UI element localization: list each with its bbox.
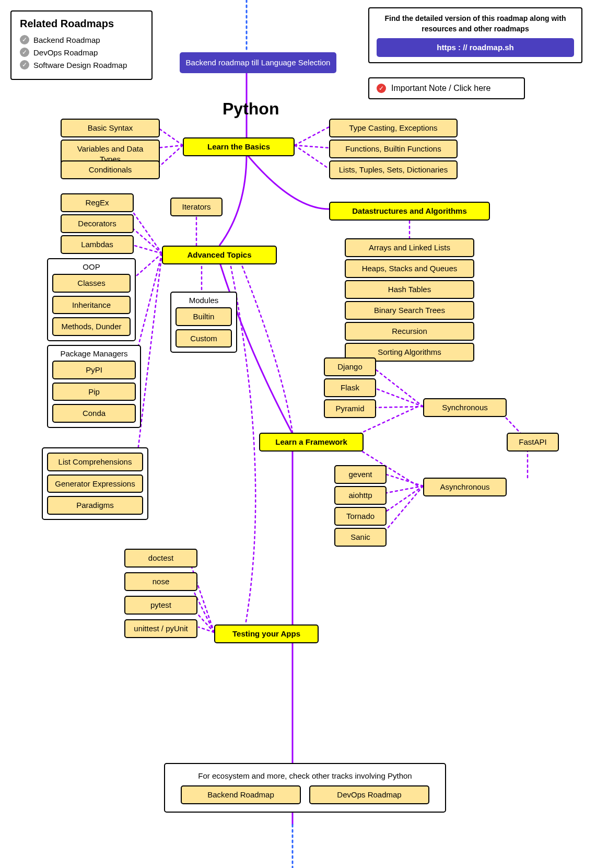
group-title: Package Managers xyxy=(48,349,140,358)
info-panel: Find the detailed version of this roadma… xyxy=(368,7,582,63)
topic-node[interactable]: gevent xyxy=(334,465,387,484)
check-icon: ✓ xyxy=(20,35,29,44)
ecosystem-text: For ecosystem and more, check other trac… xyxy=(172,771,438,780)
topic-node[interactable]: doctest xyxy=(124,549,197,568)
page-title: Python xyxy=(223,99,279,119)
svg-line-27 xyxy=(381,486,423,515)
topic-node[interactable]: Binary Search Trees xyxy=(345,301,474,320)
topic-node[interactable]: unittest / pyUnit xyxy=(124,619,197,638)
topic-node[interactable]: Lambdas xyxy=(61,235,134,254)
svg-line-28 xyxy=(381,486,423,536)
topic-node[interactable]: aiohttp xyxy=(334,486,387,505)
svg-line-20 xyxy=(371,366,423,407)
svg-line-26 xyxy=(381,486,423,494)
topic-node[interactable]: Django xyxy=(324,357,376,376)
topic-node[interactable]: Conda xyxy=(52,404,136,423)
topic-node[interactable]: PyPI xyxy=(52,361,136,379)
topic-node[interactable]: List Comprehensions xyxy=(47,453,143,471)
group-title: OOP xyxy=(48,262,135,271)
pkg-managers-group: Package Managers PyPI Pip Conda xyxy=(47,345,141,428)
learn-basics-hub[interactable]: Learn the Basics xyxy=(183,137,295,156)
ecosystem-link[interactable]: Backend Roadmap xyxy=(181,785,301,804)
related-title: Related Roadmaps xyxy=(20,18,143,30)
advanced-topics-hub[interactable]: Advanced Topics xyxy=(162,246,277,264)
topic-node[interactable]: Type Casting, Exceptions xyxy=(329,119,458,137)
topic-node[interactable]: Tornado xyxy=(334,507,387,526)
misc-group: List Comprehensions Generator Expression… xyxy=(42,447,148,520)
topic-node[interactable]: Custom xyxy=(176,329,232,348)
topic-node[interactable]: Pip xyxy=(52,383,136,401)
topic-node[interactable]: Conditionals xyxy=(61,160,160,179)
ecosystem-link[interactable]: DevOps Roadmap xyxy=(309,785,429,804)
framework-hub[interactable]: Learn a Framework xyxy=(259,433,364,452)
topic-node[interactable]: Functions, Builtin Functions xyxy=(329,140,458,158)
topic-node[interactable]: Flask xyxy=(324,378,376,397)
svg-line-7 xyxy=(295,145,329,148)
topic-node[interactable]: Generator Expressions xyxy=(47,474,143,493)
svg-line-22 xyxy=(371,407,423,408)
topic-node[interactable]: Arrays and Linked Lists xyxy=(345,238,474,257)
related-roadmaps-panel: Related Roadmaps ✓Backend Roadmap ✓DevOp… xyxy=(10,10,153,80)
topic-node[interactable]: Iterators xyxy=(170,198,223,216)
topic-node[interactable]: Methods, Dunder xyxy=(52,317,131,336)
topic-node[interactable]: Decorators xyxy=(61,214,134,233)
topic-node[interactable]: Sanic xyxy=(334,528,387,547)
topic-node[interactable]: Inheritance xyxy=(52,296,131,315)
topic-node[interactable]: Basic Syntax xyxy=(61,119,160,137)
svg-line-4 xyxy=(157,145,183,148)
group-title: Modules xyxy=(171,296,236,305)
dsa-hub[interactable]: Datastructures and Algorithms xyxy=(329,202,490,221)
backend-roadmap-link[interactable]: Backend roadmap till Language Selection xyxy=(180,52,336,73)
svg-line-3 xyxy=(157,127,183,145)
svg-line-8 xyxy=(295,145,329,169)
related-item[interactable]: ✓Software Design Roadmap xyxy=(20,60,143,70)
topic-node[interactable]: Recursion xyxy=(345,322,474,341)
topic-node[interactable]: Classes xyxy=(52,274,131,293)
topic-node[interactable]: Paradigms xyxy=(47,496,143,515)
topic-node[interactable]: Builtin xyxy=(176,307,232,326)
svg-line-5 xyxy=(157,145,183,169)
info-text: Find the detailed version of this roadma… xyxy=(377,14,574,34)
async-label[interactable]: Asynchronous xyxy=(423,478,507,496)
topic-node[interactable]: FastAPI xyxy=(507,433,559,452)
modules-group: Modules Builtin Custom xyxy=(170,292,237,353)
svg-line-32 xyxy=(198,627,214,632)
topic-node[interactable]: Lists, Tuples, Sets, Dictionaries xyxy=(329,160,458,179)
roadmap-link-button[interactable]: https : // roadmap.sh xyxy=(377,38,574,57)
testing-hub[interactable]: Testing your Apps xyxy=(214,624,319,643)
alert-check-icon: ✓ xyxy=(377,84,386,93)
svg-line-25 xyxy=(381,473,423,486)
topic-node[interactable]: Heaps, Stacks and Queues xyxy=(345,259,474,278)
svg-line-21 xyxy=(371,387,423,407)
svg-line-6 xyxy=(295,127,329,145)
check-icon: ✓ xyxy=(20,48,29,57)
oop-group: OOP Classes Inheritance Methods, Dunder xyxy=(47,258,136,341)
topic-node[interactable]: Pyramid xyxy=(324,399,376,418)
related-item[interactable]: ✓Backend Roadmap xyxy=(20,35,143,44)
topic-node[interactable]: nose xyxy=(124,572,197,591)
related-item[interactable]: ✓DevOps Roadmap xyxy=(20,48,143,57)
check-icon: ✓ xyxy=(20,60,29,70)
sync-label[interactable]: Synchronous xyxy=(423,398,507,417)
important-label: Important Note / Click here xyxy=(391,84,490,93)
important-note-button[interactable]: ✓ Important Note / Click here xyxy=(368,77,525,99)
topic-node[interactable]: RegEx xyxy=(61,193,134,212)
topic-node[interactable]: pytest xyxy=(124,596,197,615)
topic-node[interactable]: Hash Tables xyxy=(345,280,474,299)
ecosystem-panel: For ecosystem and more, check other trac… xyxy=(164,763,446,813)
